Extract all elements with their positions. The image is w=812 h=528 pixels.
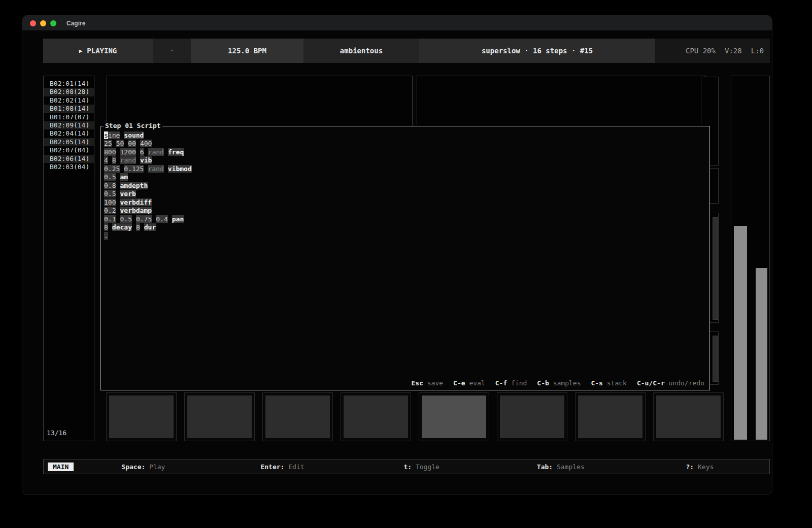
step-position-label: 13/16 [47,429,66,437]
step-cell[interactable] [262,392,333,441]
hint-key: C-f [495,379,507,387]
code-token-text: verb [120,190,136,197]
sample-list-item[interactable]: B02:07(04) [44,146,94,154]
keybind-hint: ?: Keys [630,463,769,471]
sample-list-item[interactable]: B02:08(28) [44,88,94,96]
step-cell[interactable] [341,392,411,441]
sample-list-item[interactable]: B02:03(04) [44,163,94,171]
code-line[interactable]: sinesound [104,131,704,140]
keybind-hint: t: Toggle [352,463,491,471]
step-cell[interactable] [653,392,724,441]
code-token: freq [168,148,184,156]
keybind-hint: Enter: Edit [213,463,352,471]
code-token-text: am [120,173,128,181]
code-line[interactable]: 0.250.125randvibmod [104,164,704,173]
sample-list-item[interactable]: B01:07(07) [44,113,94,121]
code-token-text: 0.25 [104,165,120,173]
code-token-text: rand [120,156,136,164]
step-cell[interactable] [575,392,646,441]
code-line[interactable]: 100verbdiff [104,198,704,207]
level-meter-panel [731,76,770,441]
step-cell[interactable] [419,392,489,441]
code-token: 4 [104,156,108,164]
code-token: rand [120,156,136,164]
hint-label: samples [549,379,581,387]
code-line[interactable]: 0.5verb [104,190,704,199]
step-cell[interactable] [184,392,255,441]
code-line[interactable]: 0.2verbdamp [104,207,704,215]
code-token: 0.125 [124,165,144,173]
code-token-text: freq [168,148,184,156]
status-bar: MAIN Space: PlayEnter: Editt: ToggleTab:… [43,459,770,474]
bpm-display[interactable]: 125.0 BPM [191,39,303,63]
hint-label: Keys [694,463,714,471]
code-line[interactable]: 0.10.50.750.4pan [104,215,704,223]
script-code[interactable]: sinesound25500040080012006randfreq48rand… [104,131,704,240]
code-token: verbdiff [120,199,152,206]
code-token: 0.8 [104,182,116,189]
sample-list-item[interactable]: B02:01(14) [44,80,94,88]
mode-badge: MAIN [48,463,74,471]
step-pad [109,395,174,438]
step-cell[interactable] [106,392,177,441]
code-token-text: 4 [104,156,108,164]
hint-key: Space: [121,463,145,471]
step-pad [265,395,330,438]
code-line[interactable]: 0.8amdepth [104,181,704,190]
code-token: 100 [104,199,116,206]
code-token: 0.25 [104,165,120,173]
code-line[interactable]: 255000400 [104,140,704,148]
code-token: 0.1 [104,215,116,223]
code-token-text: ine [108,131,120,139]
code-token-text: rand [148,148,164,156]
code-line[interactable]: 80012006randfreq [104,148,704,156]
step-cell[interactable] [497,392,567,441]
traffic-lights [30,20,56,26]
code-token: verb [120,190,136,197]
code-line[interactable]: 0.5am [104,173,704,182]
code-token-text: 100 [104,199,116,206]
sample-list-item[interactable]: B02:02(14) [44,96,94,105]
sample-list-item[interactable]: B02:04(14) [44,129,94,138]
code-token-text: 1200 [120,148,136,156]
code-token-text: 800 [104,148,116,156]
hint-key: Tab: [537,463,553,471]
hint-label: Toggle [412,463,439,471]
code-token-text: 8 [104,223,108,231]
voice-count: V:28 [725,47,742,55]
sample-list-item[interactable]: B02:05(14) [44,138,94,146]
code-token: 6 [140,148,144,156]
step-sequencer-row [100,392,725,441]
keybind-hint: C-s stack [591,379,626,387]
code-token: 400 [140,140,152,147]
keybind-hint: C-e eval [453,379,485,387]
code-line[interactable]: . [104,232,704,240]
code-token: . [104,232,108,240]
text-cursor: s [104,131,108,139]
minimize-window-button[interactable] [40,20,46,26]
transport-state[interactable]: ▶ PLAYING [43,39,153,63]
code-token: 25 [104,140,112,147]
pattern-display[interactable]: superslow · 16 steps · #15 [419,39,655,63]
code-token-text: decay [112,223,132,231]
keybind-hint: C-f find [495,379,527,387]
hint-label: find [507,379,527,387]
cpu-usage: CPU 20% [686,47,716,55]
sample-list-item[interactable]: B02:09(14) [44,121,94,129]
code-line[interactable]: 8decay8dur [104,223,704,232]
close-window-button[interactable] [30,20,36,26]
code-token: 0.4 [156,215,167,223]
code-token: decay [112,223,132,231]
code-token-text: 0.5 [120,215,131,223]
level-meter-left [734,226,747,440]
scale-display[interactable]: ambientous [303,39,419,63]
script-editor[interactable]: Step 01 Script sinesound2550004008001200… [100,126,710,390]
sample-list-item[interactable]: B02:06(14) [44,155,94,163]
code-line[interactable]: 48randvib [104,156,704,165]
sample-list-item[interactable]: B01:08(14) [44,105,94,113]
code-token: 800 [104,148,116,156]
code-token: rand [148,165,163,173]
code-token: am [120,173,128,181]
code-token: sound [124,131,144,139]
zoom-window-button[interactable] [50,20,56,26]
